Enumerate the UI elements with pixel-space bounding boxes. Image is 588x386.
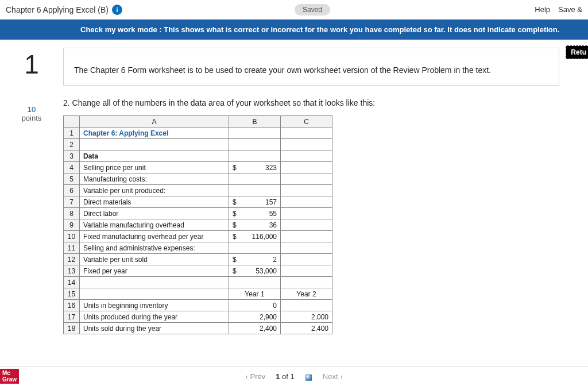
question-number: 1 [0,51,63,78]
cell: Chapter 6: Applying Excel [80,128,229,139]
header-row: A B C [64,116,332,128]
row-num: 2 [64,139,80,150]
question-meta: 1 10 points [0,48,63,334]
chevron-left-icon: ‹ [245,372,247,381]
cell: Manufacturing costs: [80,173,229,185]
cell: Year 1 [229,288,281,300]
save-link[interactable]: Save & [558,5,582,14]
cell: Units sold during the year [80,323,229,334]
pager: ‹Prev 1 of 1 ▦ Next› [0,366,588,386]
page-position: 1 of 1 [276,372,295,381]
row-num: 18 [64,323,80,334]
row-num: 15 [64,288,80,300]
cell: $323 [229,162,281,173]
row-num: 14 [64,277,80,288]
return-button[interactable]: Retu [566,45,588,59]
content-area: 1 10 points Retu The Chapter 6 Form work… [0,40,588,334]
next-button[interactable]: Next› [323,372,343,381]
check-work-banner: Check my work mode : This shows what is … [0,20,588,40]
col-a-header: A [80,116,229,128]
page-title: Chapter 6 Applying Excel (B) [6,5,109,14]
instruction-text: The Chapter 6 Form worksheet is to be us… [74,65,548,75]
cell: Variable manufacturing overhead [80,219,229,231]
grid-icon[interactable]: ▦ [305,372,312,381]
cell: Direct labor [80,208,229,219]
top-right-links: Help Save & [535,5,582,14]
prev-button[interactable]: ‹Prev [245,372,265,381]
cell: Variable per unit sold [80,254,229,265]
row-num: 16 [64,300,80,311]
cell: 2,400 [229,323,281,334]
row-num: 10 [64,231,80,242]
cell: Data [80,150,229,162]
points-label: points [0,114,63,122]
cell: Units in beginning inventory [80,300,229,311]
cell: $116,000 [229,231,281,242]
top-bar: Chapter 6 Applying Excel (B) i Saved Hel… [0,0,588,20]
row-num: 9 [64,219,80,231]
cell: Direct materials [80,196,229,208]
info-icon[interactable]: i [112,5,122,15]
col-b-header: B [229,116,281,128]
row-num: 11 [64,242,80,254]
cell: 2,000 [281,311,332,323]
cell: $55 [229,208,281,219]
cell: 0 [229,300,281,311]
saved-pill: Saved [295,4,330,16]
cell: Units produced during the year [80,311,229,323]
row-num: 1 [64,128,80,139]
row-num: 3 [64,150,80,162]
question-2-text: 2. Change all of the numbers in the data… [63,98,577,107]
row-num: 17 [64,311,80,323]
corner-cell [64,116,80,128]
cell: $53,000 [229,265,281,277]
row-num: 12 [64,254,80,265]
cell: Fixed manufacturing overhead per year [80,231,229,242]
points-value: 10 [0,105,63,114]
cell: Year 2 [281,288,332,300]
row-num: 4 [64,162,80,173]
row-num: 13 [64,265,80,277]
cell: 2,400 [281,323,332,334]
row-num: 6 [64,185,80,196]
col-c-header: C [281,116,332,128]
cell: Selling and administrative expenses: [80,242,229,254]
spreadsheet-table: A B C 1Chapter 6: Applying Excel 2 3Data… [63,115,332,334]
instruction-box: The Chapter 6 Form worksheet is to be us… [63,48,559,86]
cell: Variable per unit produced: [80,185,229,196]
help-link[interactable]: Help [535,5,550,14]
row-num: 7 [64,196,80,208]
row-num: 5 [64,173,80,185]
cell: $2 [229,254,281,265]
cell: Selling price per unit [80,162,229,173]
chevron-right-icon: › [341,372,343,381]
required-info-heading [74,54,548,59]
cell: $36 [229,219,281,231]
mcgraw-logo: Mc Graw [0,369,19,384]
row-num: 8 [64,208,80,219]
cell: Fixed per year [80,265,229,277]
cell: $157 [229,196,281,208]
cell: 2,900 [229,311,281,323]
main-column: Retu The Chapter 6 Form worksheet is to … [63,48,588,334]
